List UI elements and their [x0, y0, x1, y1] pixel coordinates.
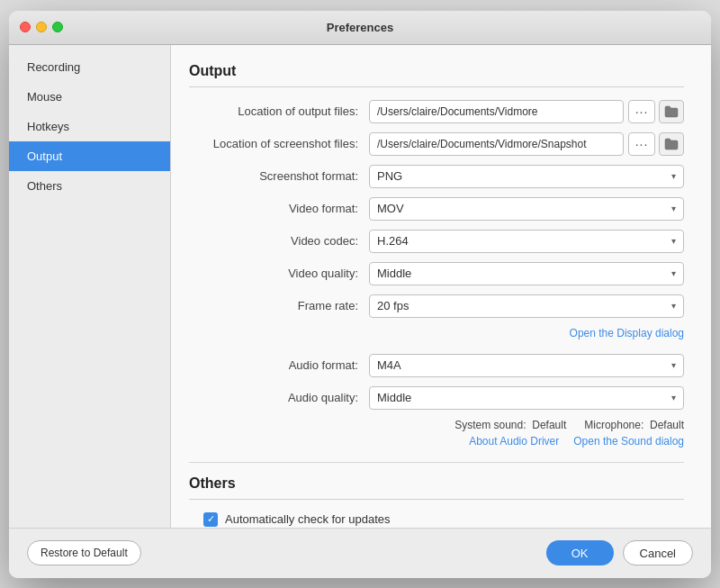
video-format-value: MOV — [377, 202, 404, 215]
auto-update-checkbox[interactable]: ✓ — [203, 512, 218, 527]
screenshot-format-control: PNG ▾ — [369, 165, 684, 188]
screenshot-files-path[interactable]: /Users/claire/Documents/Vidmore/Snapshot — [369, 132, 624, 156]
others-section: Others ✓ Automatically check for updates — [189, 475, 684, 527]
frame-rate-label: Frame rate: — [189, 299, 369, 312]
microphone-label: Microphone: — [584, 419, 644, 431]
video-quality-label: Video quality: — [189, 267, 369, 280]
microphone-item: Microphone: Default — [584, 419, 684, 431]
output-files-folder-button[interactable] — [659, 100, 684, 123]
auto-update-row: ✓ Automatically check for updates — [203, 512, 684, 527]
video-codec-select[interactable]: H.264 ▾ — [369, 230, 684, 253]
restore-default-button[interactable]: Restore to Default — [27, 540, 141, 565]
window-title: Preferences — [327, 21, 393, 34]
sidebar: Recording Mouse Hotkeys Output Others — [9, 45, 171, 528]
sidebar-item-hotkeys[interactable]: Hotkeys — [9, 112, 170, 141]
screenshot-files-control: /Users/claire/Documents/Vidmore/Snapshot… — [369, 132, 684, 156]
output-files-dots-button[interactable]: ··· — [628, 100, 655, 123]
cancel-button[interactable]: Cancel — [623, 540, 693, 565]
audio-links-row: About Audio Driver Open the Sound dialog — [189, 435, 684, 448]
sidebar-item-recording[interactable]: Recording — [9, 52, 170, 82]
main-content: Recording Mouse Hotkeys Output Others Ou… — [9, 45, 711, 528]
screenshot-format-chevron: ▾ — [671, 171, 676, 181]
audio-format-chevron: ▾ — [671, 360, 676, 370]
sidebar-item-output[interactable]: Output — [9, 141, 170, 171]
output-section-title: Output — [189, 63, 684, 87]
preferences-window: Preferences Recording Mouse Hotkeys Outp… — [9, 11, 711, 578]
audio-format-value: M4A — [377, 358, 401, 372]
audio-format-label: Audio format: — [189, 358, 369, 372]
audio-format-control: M4A ▾ — [369, 354, 684, 377]
video-format-chevron: ▾ — [671, 204, 676, 213]
open-sound-link[interactable]: Open the Sound dialog — [573, 435, 684, 448]
footer-right: OK Cancel — [546, 540, 693, 565]
audio-quality-control: Middle ▾ — [369, 386, 684, 410]
audio-quality-value: Middle — [377, 391, 411, 404]
screenshot-files-dots-button[interactable]: ··· — [628, 132, 655, 156]
sidebar-item-mouse[interactable]: Mouse — [9, 82, 170, 112]
audio-quality-chevron: ▾ — [671, 393, 676, 403]
audio-status-row: System sound: Default Microphone: Defaul… — [189, 419, 684, 431]
main-panel: Output Location of output files: /Users/… — [171, 45, 711, 528]
screenshot-format-value: PNG — [377, 169, 402, 183]
video-codec-row: Video codec: H.264 ▾ — [189, 230, 684, 253]
frame-rate-select[interactable]: 20 fps ▾ — [369, 294, 684, 318]
system-sound-item: System sound: Default — [454, 419, 566, 431]
frame-rate-value: 20 fps — [377, 299, 409, 312]
video-quality-value: Middle — [377, 267, 411, 280]
screenshot-format-label: Screenshot format: — [189, 169, 369, 183]
video-quality-control: Middle ▾ — [369, 262, 684, 285]
check-icon: ✓ — [207, 513, 215, 525]
folder-icon — [664, 105, 679, 118]
audio-quality-row: Audio quality: Middle ▾ — [189, 386, 684, 410]
screenshot-files-row: Location of screenshot files: /Users/cla… — [189, 132, 684, 156]
video-format-select[interactable]: MOV ▾ — [369, 197, 684, 221]
output-files-path[interactable]: /Users/claire/Documents/Vidmore — [369, 100, 624, 123]
audio-quality-label: Audio quality: — [189, 391, 369, 404]
frame-rate-chevron: ▾ — [671, 301, 676, 311]
section-separator — [189, 462, 684, 463]
open-display-link[interactable]: Open the Display dialog — [570, 327, 684, 339]
screenshot-format-row: Screenshot format: PNG ▾ — [189, 165, 684, 188]
output-files-label: Location of output files: — [189, 104, 369, 118]
footer: Restore to Default OK Cancel — [9, 528, 711, 578]
screenshot-files-label: Location of screenshot files: — [189, 137, 369, 150]
output-files-row: Location of output files: /Users/claire/… — [189, 100, 684, 123]
close-button[interactable] — [20, 22, 31, 32]
video-codec-label: Video codec: — [189, 234, 369, 248]
about-audio-driver-link[interactable]: About Audio Driver — [469, 435, 559, 448]
video-codec-value: H.264 — [377, 234, 409, 248]
audio-quality-select[interactable]: Middle ▾ — [369, 386, 684, 410]
system-sound-label: System sound: — [454, 419, 526, 431]
microphone-value: Default — [650, 419, 684, 431]
open-display-row: Open the Display dialog — [189, 327, 684, 339]
audio-format-select[interactable]: M4A ▾ — [369, 354, 684, 377]
video-format-label: Video format: — [189, 202, 369, 215]
output-files-control: /Users/claire/Documents/Vidmore ··· — [369, 100, 684, 123]
video-quality-row: Video quality: Middle ▾ — [189, 262, 684, 285]
others-section-title: Others — [189, 475, 684, 500]
frame-rate-control: 20 fps ▾ — [369, 294, 684, 318]
maximize-button[interactable] — [52, 22, 63, 32]
video-format-row: Video format: MOV ▾ — [189, 197, 684, 221]
video-quality-chevron: ▾ — [671, 268, 676, 278]
auto-update-label: Automatically check for updates — [225, 512, 391, 526]
sidebar-item-others[interactable]: Others — [9, 171, 170, 201]
frame-rate-row: Frame rate: 20 fps ▾ — [189, 294, 684, 318]
video-codec-chevron: ▾ — [671, 236, 676, 246]
screenshot-format-select[interactable]: PNG ▾ — [369, 165, 684, 188]
minimize-button[interactable] — [36, 22, 47, 32]
video-quality-select[interactable]: Middle ▾ — [369, 262, 684, 285]
ok-button[interactable]: OK — [546, 540, 614, 565]
system-sound-value: Default — [532, 419, 566, 431]
traffic-lights — [20, 22, 63, 32]
audio-format-row: Audio format: M4A ▾ — [189, 354, 684, 377]
titlebar: Preferences — [9, 11, 711, 45]
video-format-control: MOV ▾ — [369, 197, 684, 221]
screenshot-files-folder-button[interactable] — [659, 132, 684, 156]
folder-icon-2 — [664, 138, 679, 150]
video-codec-control: H.264 ▾ — [369, 230, 684, 253]
